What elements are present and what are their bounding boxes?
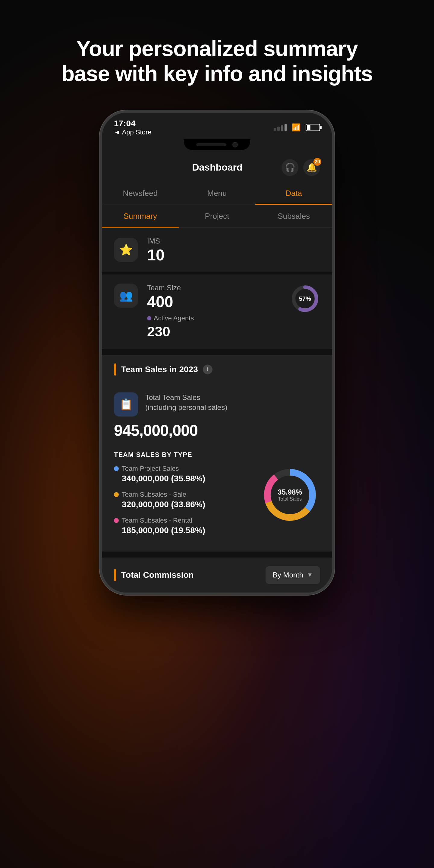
document-icon: 📋: [119, 398, 133, 411]
star-icon: ⭐: [119, 244, 133, 256]
total-sales-info: Total Team Sales(including personal sale…: [145, 393, 227, 412]
active-percent-donut: 57%: [290, 284, 320, 314]
active-agents-label: Active Agents: [147, 314, 281, 322]
sales-type-header: TEAM SALES BY TYPE: [114, 448, 320, 459]
commission-left: Total Commission: [114, 569, 194, 581]
total-commission-section: Total Commission By Month ▼: [102, 556, 332, 592]
headset-icon: 🎧: [285, 162, 296, 173]
type-label-sale: Team Subsales - Sale: [122, 491, 186, 498]
donut-percent: 35.98%: [278, 488, 302, 496]
sales-donut-chart: 35.98% Total Sales: [260, 465, 320, 525]
back-button[interactable]: ◄ App Store: [114, 128, 152, 136]
sales-doc-icon: 📋: [114, 393, 138, 416]
sub-tabs: Summary Project Subsales: [102, 205, 332, 228]
phone-mockup: 17:04 ◄ App Store 📶: [99, 110, 335, 595]
total-sales-label: Total Team Sales(including personal sale…: [145, 393, 227, 412]
group-icon: 👥: [119, 289, 133, 302]
type-value-rental: 185,000,000 (19.58%): [122, 526, 260, 535]
ims-icon: ⭐: [114, 238, 138, 262]
wifi-icon: 📶: [292, 123, 301, 132]
type-dot-rental: [114, 518, 119, 523]
total-sales-card: 📋 Total Team Sales(including personal sa…: [102, 384, 332, 448]
by-month-button[interactable]: By Month ▼: [266, 566, 320, 584]
battery-icon: [306, 124, 320, 131]
type-item-sale: Team Subsales - Sale 320,000,000 (33.86%…: [114, 491, 260, 509]
tab-project[interactable]: Project: [179, 205, 255, 227]
status-bar: 17:04 ◄ App Store 📶: [102, 113, 332, 139]
tab-newsfeed[interactable]: Newsfeed: [102, 182, 179, 205]
notifications-button[interactable]: 🔔 20: [303, 159, 320, 176]
team-info: Team Size 400 Active Agents 230: [147, 284, 281, 340]
ims-value: 10: [147, 247, 320, 263]
type-value-project: 340,000,000 (35.98%): [122, 474, 260, 484]
active-percent-label: 57%: [299, 295, 311, 302]
signal-icon: [274, 124, 287, 131]
team-icon: 👥: [114, 284, 138, 308]
tab-data[interactable]: Data: [255, 182, 332, 205]
support-button[interactable]: 🎧: [281, 159, 299, 176]
active-agents-section: Active Agents 230: [147, 314, 281, 340]
notch-area: [102, 139, 332, 153]
type-value-sale: 320,000,000 (33.86%): [122, 500, 260, 509]
ims-metric: ⭐ IMS 10: [102, 228, 332, 272]
type-dot-sale: [114, 492, 119, 497]
commission-bar-icon: [114, 569, 116, 581]
type-item-rental: Team Subsales - Rental 185,000,000 (19.5…: [114, 517, 260, 535]
total-sales-value: 945,000,000: [114, 421, 320, 439]
sales-by-type: TEAM SALES BY TYPE Team Project Sales 34…: [102, 448, 332, 552]
tab-summary[interactable]: Summary: [102, 205, 179, 227]
type-label-project: Team Project Sales: [122, 465, 179, 472]
active-agents-value: 230: [147, 323, 281, 340]
donut-center-label: 35.98% Total Sales: [278, 488, 302, 502]
notification-badge: 20: [313, 158, 321, 166]
ims-label: IMS: [147, 237, 320, 245]
type-label-rental: Team Subsales - Rental: [122, 517, 192, 524]
tab-subsales[interactable]: Subsales: [255, 205, 332, 227]
type-list: Team Project Sales 340,000,000 (35.98%) …: [114, 465, 260, 542]
team-size-value: 400: [147, 294, 281, 310]
team-size-metric: 👥 Team Size 400 Active Agents 230: [102, 275, 332, 349]
status-time: 17:04: [114, 119, 152, 128]
chevron-down-icon: ▼: [307, 571, 313, 578]
status-icons: 📶: [274, 123, 320, 132]
nav-header: Dashboard 🎧 🔔 20: [102, 153, 332, 182]
commission-title: Total Commission: [121, 570, 194, 580]
type-dot-project: [114, 466, 119, 471]
notch: [184, 139, 250, 150]
main-tabs: Newsfeed Menu Data: [102, 182, 332, 205]
donut-sublabel: Total Sales: [278, 496, 302, 502]
team-sales-header: Team Sales in 2023 i: [102, 354, 332, 384]
team-sales-title: Team Sales in 2023: [121, 365, 198, 374]
info-icon[interactable]: i: [203, 365, 213, 374]
purple-dot: [147, 316, 151, 320]
hero-heading: Your personalized summary base with key …: [0, 0, 434, 110]
team-size-label: Team Size: [147, 284, 281, 292]
type-item-project: Team Project Sales 340,000,000 (35.98%): [114, 465, 260, 484]
nav-title: Dashboard: [153, 162, 281, 173]
sales-icon-row: 📋 Total Team Sales(including personal sa…: [114, 393, 320, 416]
type-row-wrapper: Team Project Sales 340,000,000 (35.98%) …: [114, 465, 320, 542]
ims-info: IMS 10: [147, 237, 320, 263]
section-bar-icon: [114, 364, 116, 375]
by-month-label: By Month: [273, 571, 303, 579]
nav-actions: 🎧 🔔 20: [281, 159, 320, 176]
tab-menu[interactable]: Menu: [179, 182, 255, 205]
